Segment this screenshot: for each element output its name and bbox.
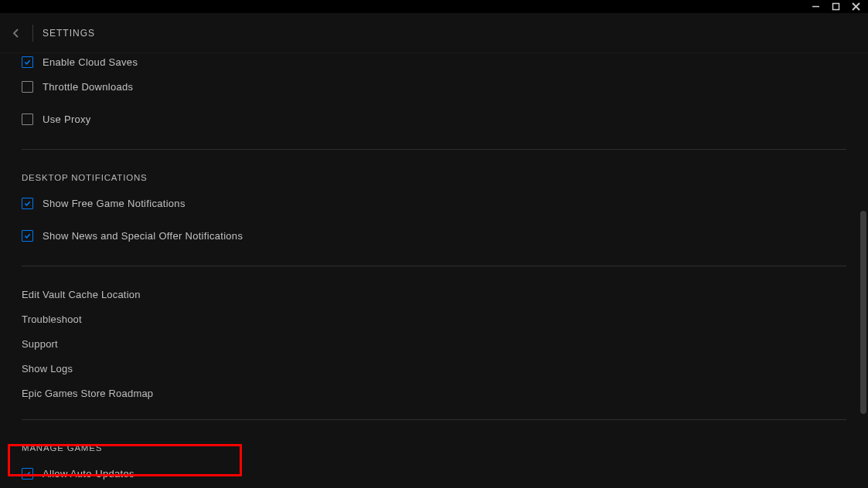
link-label: Support [22,338,58,350]
scrollbar-track[interactable] [860,53,866,488]
titlebar [0,0,868,13]
divider [22,266,846,266]
header-divider [32,25,33,42]
option-free-game-notifications[interactable]: Show Free Game Notifications [22,187,846,219]
checkbox-icon [22,56,33,68]
option-enable-cloud-saves[interactable]: Enable Cloud Saves [22,53,846,70]
checkbox-icon [22,114,33,125]
checkbox-icon [22,468,33,480]
section-header-manage-games: MANAGE GAMES [22,443,846,452]
link-edit-vault-cache[interactable]: Edit Vault Cache Location [22,282,846,307]
option-label: Enable Cloud Saves [43,56,138,68]
option-label: Show News and Special Offer Notification… [43,230,243,242]
option-label: Use Proxy [43,114,91,125]
link-support[interactable]: Support [22,331,846,356]
content-area: Enable Cloud Saves Throttle Downloads Us… [0,53,868,488]
maximize-button[interactable] [829,1,842,13]
link-label: Troubleshoot [22,313,82,325]
option-allow-auto-updates[interactable]: Allow Auto-Updates [22,457,846,488]
minimize-button[interactable] [809,1,822,13]
option-label: Allow Auto-Updates [43,468,134,480]
checkbox-icon [22,198,33,209]
page-title: SETTINGS [43,28,95,39]
link-roadmap[interactable]: Epic Games Store Roadmap [22,381,846,405]
divider [22,419,846,420]
link-label: Show Logs [22,363,73,374]
header: SETTINGS [0,13,868,53]
option-news-notifications[interactable]: Show News and Special Offer Notification… [22,219,846,252]
link-label: Epic Games Store Roadmap [22,388,153,399]
checkbox-icon [22,230,33,242]
scrollbar-thumb[interactable] [860,211,866,414]
checkbox-icon [22,81,33,93]
svg-rect-1 [832,4,839,10]
back-button[interactable] [8,25,25,42]
option-throttle-downloads[interactable]: Throttle Downloads [22,70,846,103]
section-header-notifications: DESKTOP NOTIFICATIONS [22,173,846,182]
link-show-logs[interactable]: Show Logs [22,356,846,381]
option-use-proxy[interactable]: Use Proxy [22,103,846,135]
link-troubleshoot[interactable]: Troubleshoot [22,307,846,331]
link-label: Edit Vault Cache Location [22,289,141,300]
close-button[interactable] [849,1,862,13]
option-label: Show Free Game Notifications [43,198,186,209]
divider [22,149,846,150]
option-label: Throttle Downloads [43,81,133,93]
links-block: Edit Vault Cache Location Troubleshoot S… [22,282,846,405]
